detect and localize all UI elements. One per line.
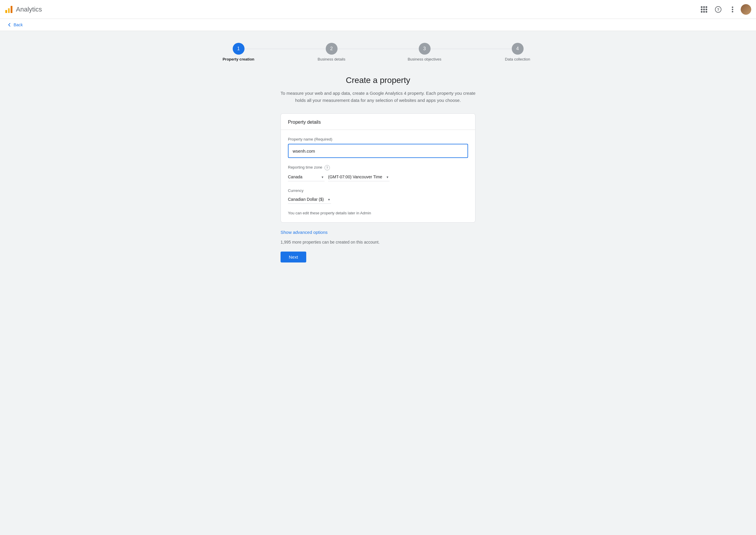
- edit-hint: You can edit these property details late…: [288, 211, 468, 215]
- waffle-icon: [701, 6, 707, 13]
- timezone-help-icon[interactable]: ?: [324, 165, 330, 170]
- svg-text:?: ?: [717, 7, 719, 12]
- main-content: 1 Property creation 2 Business details 3…: [186, 31, 570, 274]
- app-header: Analytics ?: [0, 0, 756, 19]
- property-details-card: Property details Property name (Required…: [281, 113, 475, 223]
- country-select[interactable]: Canada United States United Kingdom: [288, 173, 324, 181]
- step-1-label: Property creation: [223, 57, 255, 61]
- header-right: ?: [698, 4, 751, 15]
- analytics-logo: [5, 5, 13, 14]
- step-4: 4 Data collection: [471, 43, 564, 61]
- property-name-label: Property name (Required): [288, 137, 468, 141]
- svg-point-7: [732, 11, 733, 13]
- next-button[interactable]: Next: [281, 252, 306, 263]
- user-avatar[interactable]: [741, 4, 751, 15]
- step-4-circle: 4: [512, 43, 523, 55]
- card-title: Property details: [288, 120, 468, 125]
- timezone-selects: Canada United States United Kingdom ▾ (G…: [288, 173, 468, 181]
- waffle-button[interactable]: [698, 4, 710, 15]
- property-name-group: Property name (Required): [288, 137, 468, 158]
- currency-group: Currency Canadian Dollar ($) US Dollar (…: [288, 188, 468, 204]
- currency-select-wrapper: Canadian Dollar ($) US Dollar ($) Euro (…: [288, 195, 331, 204]
- properties-info: 1,995 more properties can be created on …: [281, 240, 475, 244]
- timezone-group: Reporting time zone ? Canada United Stat…: [288, 165, 468, 181]
- svg-point-6: [732, 9, 733, 10]
- stepper: 1 Property creation 2 Business details 3…: [192, 43, 564, 61]
- logo-icon: [5, 5, 13, 14]
- step-4-label: Data collection: [505, 57, 530, 61]
- step-1-circle: 1: [233, 43, 244, 55]
- step-2-label: Business details: [318, 57, 346, 61]
- svg-rect-1: [8, 8, 10, 13]
- country-select-wrapper: Canada United States United Kingdom ▾: [288, 173, 324, 181]
- timezone-label: Reporting time zone ?: [288, 165, 468, 170]
- currency-select[interactable]: Canadian Dollar ($) US Dollar ($) Euro (…: [288, 195, 331, 204]
- page-title: Create a property: [192, 75, 564, 85]
- svg-rect-0: [5, 10, 7, 13]
- page-description: To measure your web and app data, create…: [275, 90, 481, 104]
- timezone-select-wrapper: (GMT-07:00) Vancouver Time (GMT-08:00) P…: [328, 173, 389, 181]
- card-header: Property details: [281, 114, 475, 130]
- actions-container: Next: [281, 252, 475, 263]
- help-button[interactable]: ?: [712, 4, 724, 15]
- card-body: Property name (Required) Reporting time …: [281, 130, 475, 222]
- step-2-circle: 2: [326, 43, 338, 55]
- timezone-select[interactable]: (GMT-07:00) Vancouver Time (GMT-08:00) P…: [328, 173, 389, 181]
- back-bar: Back: [0, 19, 756, 31]
- step-3-label: Business objectives: [407, 57, 441, 61]
- app-name: Analytics: [16, 6, 42, 13]
- step-3-circle: 3: [419, 43, 431, 55]
- back-button[interactable]: Back: [7, 22, 23, 27]
- step-3: 3 Business objectives: [378, 43, 471, 61]
- svg-rect-2: [11, 6, 13, 13]
- page-heading: Create a property To measure your web an…: [192, 75, 564, 104]
- step-2: 2 Business details: [285, 43, 378, 61]
- show-advanced-options-button[interactable]: Show advanced options: [281, 230, 327, 235]
- currency-label: Currency: [288, 188, 468, 193]
- more-options-button[interactable]: [726, 4, 738, 15]
- advanced-options-container: Show advanced options: [281, 230, 475, 235]
- svg-point-5: [732, 7, 733, 8]
- step-1: 1 Property creation: [192, 43, 285, 61]
- header-left: Analytics: [5, 5, 42, 14]
- property-name-input[interactable]: [288, 144, 468, 158]
- more-icon: [732, 7, 733, 13]
- help-icon: ?: [715, 6, 721, 13]
- back-arrow-icon: [7, 22, 12, 27]
